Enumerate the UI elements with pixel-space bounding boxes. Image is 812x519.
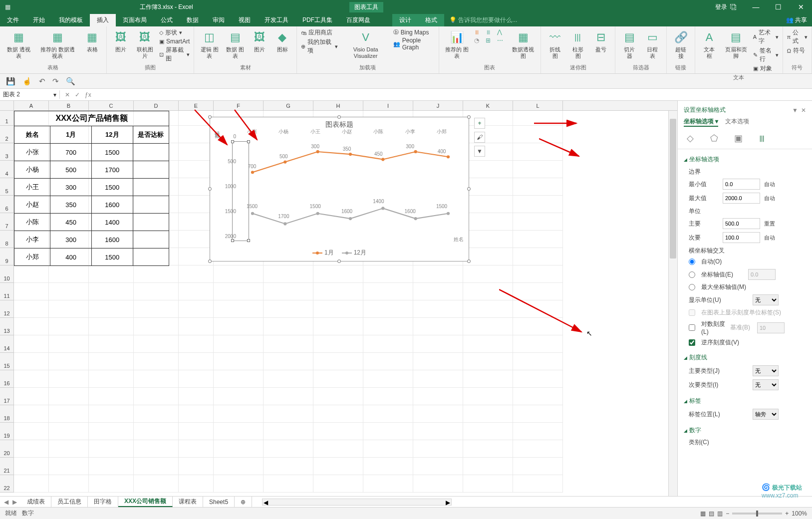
undo-icon[interactable]: ↶ bbox=[39, 77, 45, 86]
bing-maps-button[interactable]: ⓑ Bing Maps bbox=[393, 28, 435, 36]
tab-templates[interactable]: 我的模板 bbox=[52, 14, 90, 26]
header-footer-button[interactable]: ▤页眉和页脚 bbox=[722, 28, 750, 60]
screenshot-button[interactable]: ⊡ 屏幕截图 ▾ bbox=[159, 46, 190, 63]
chart-filter-button[interactable]: ▼ bbox=[474, 146, 485, 157]
share-button[interactable]: 👥 共享 bbox=[781, 14, 812, 26]
sparkline-winloss-button[interactable]: ⊟盈亏 bbox=[591, 28, 611, 54]
chart-legend[interactable]: 1月 12月 bbox=[210, 249, 469, 257]
maximize-button[interactable]: ☐ bbox=[767, 0, 790, 14]
minor-tick-select[interactable]: 无 bbox=[753, 379, 779, 390]
section-labels[interactable]: 标签 bbox=[684, 395, 806, 407]
row-header[interactable]: 1 bbox=[0, 111, 14, 126]
chart-styles-button[interactable]: 🖌 bbox=[474, 132, 485, 143]
online-pictures-button[interactable]: 🖼联机图片 bbox=[134, 28, 156, 60]
row-header[interactable]: 10 bbox=[0, 265, 14, 283]
sheet-tab[interactable]: 员工信息 bbox=[51, 497, 88, 507]
row-header[interactable]: 14 bbox=[0, 335, 14, 353]
chart-type-icon[interactable]: ⫼ bbox=[474, 28, 484, 35]
textbox-button[interactable]: A文本框 bbox=[699, 28, 719, 60]
chart-type-icon[interactable]: ⋯ bbox=[497, 37, 507, 44]
pic-model-button[interactable]: 🖼图片 bbox=[250, 28, 270, 54]
col-header[interactable]: G bbox=[264, 101, 313, 110]
row-header[interactable]: 7 bbox=[0, 213, 14, 231]
slicer-button[interactable]: ▤切片器 bbox=[619, 28, 639, 60]
row-header[interactable]: 8 bbox=[0, 231, 14, 248]
row-header[interactable]: 12 bbox=[0, 300, 14, 318]
shapes-button[interactable]: ◇ 形状 ▾ bbox=[159, 28, 190, 37]
col-header[interactable]: C bbox=[89, 101, 134, 110]
symbol-button[interactable]: Ω 符号 bbox=[787, 46, 808, 55]
col-header[interactable]: J bbox=[413, 101, 463, 110]
smartart-button[interactable]: ▣ SmartArt bbox=[159, 38, 190, 45]
sheet-nav-next-icon[interactable]: ▶ bbox=[12, 499, 17, 506]
zoom-in-icon[interactable]: + bbox=[785, 510, 789, 517]
tab-view[interactable]: 视图 bbox=[232, 14, 258, 26]
tab-data[interactable]: 数据 bbox=[180, 14, 206, 26]
sheet-tab[interactable]: 课程表 bbox=[173, 497, 203, 507]
cross-max-radio[interactable] bbox=[689, 284, 695, 290]
effects-icon[interactable]: ⬠ bbox=[708, 133, 721, 144]
col-header[interactable]: F bbox=[214, 101, 264, 110]
tab-design[interactable]: 设计 bbox=[392, 14, 418, 26]
text-options-tab[interactable]: 文本选项 bbox=[725, 117, 749, 127]
pivot-table-button[interactable]: ▦数据 透视表 bbox=[4, 28, 33, 60]
redo-icon[interactable]: ↷ bbox=[52, 77, 59, 86]
table-button[interactable]: ▦表格 bbox=[82, 28, 102, 54]
close-button[interactable]: ✕ bbox=[790, 0, 812, 14]
chart-type-icon[interactable]: ⊞ bbox=[486, 37, 496, 44]
row-header[interactable]: 22 bbox=[0, 475, 14, 493]
row-header[interactable]: 4 bbox=[0, 161, 14, 178]
sparkline-line-button[interactable]: 〰折线图 bbox=[545, 28, 565, 60]
preview-icon[interactable]: 🔍 bbox=[66, 77, 75, 86]
fx-icon[interactable]: ƒx bbox=[85, 91, 91, 98]
zoom-level[interactable]: 100% bbox=[792, 510, 807, 517]
pictures-button[interactable]: 🖼图片 bbox=[111, 28, 131, 54]
tab-pdf[interactable]: PDF工具集 bbox=[295, 14, 339, 26]
my-addins-button[interactable]: ⊕ 我的加载项 ▾ bbox=[301, 38, 338, 55]
enter-icon[interactable]: ✓ bbox=[75, 91, 80, 98]
worksheet-grid[interactable]: ABCDEFGHIJKL 123456789101112131415161718… bbox=[0, 101, 677, 496]
signature-button[interactable]: ✎ 签名行 ▾ bbox=[753, 46, 779, 63]
pane-dropdown-icon[interactable]: ▼ bbox=[792, 107, 798, 114]
major-tick-select[interactable]: 无 bbox=[753, 365, 779, 376]
col-header[interactable]: K bbox=[463, 101, 513, 110]
chart-title[interactable]: 图表标题 bbox=[210, 117, 469, 129]
row-header[interactable]: 21 bbox=[0, 458, 14, 475]
log-scale-check[interactable] bbox=[689, 324, 695, 331]
max-input[interactable] bbox=[723, 193, 760, 204]
row-header[interactable]: 16 bbox=[0, 370, 14, 388]
equation-button[interactable]: π 公式 ▾ bbox=[787, 28, 808, 45]
wordart-button[interactable]: A 艺术字 ▾ bbox=[753, 28, 779, 45]
chart-object[interactable]: 图表标题 销售额 0500100015002000小张小杨小王小赵小陈小李小郑7… bbox=[210, 117, 469, 261]
row-header[interactable]: 2 bbox=[0, 126, 14, 143]
sheet-tab[interactable]: XXX公司销售额 bbox=[118, 497, 173, 507]
save-icon[interactable]: 💾 bbox=[6, 77, 15, 86]
chart-type-icon[interactable]: ◔ bbox=[474, 37, 484, 44]
row-header[interactable]: 15 bbox=[0, 353, 14, 370]
tab-format[interactable]: 格式 bbox=[418, 14, 444, 26]
col-header[interactable]: B bbox=[49, 101, 89, 110]
chart-type-icon[interactable]: ⋀ bbox=[497, 28, 507, 35]
pane-close-icon[interactable]: ✕ bbox=[801, 107, 806, 114]
horizontal-scrollbar[interactable]: ◀▶ bbox=[262, 499, 452, 506]
min-input[interactable] bbox=[723, 179, 760, 190]
row-header[interactable]: 11 bbox=[0, 283, 14, 300]
tab-home[interactable]: 开始 bbox=[26, 14, 52, 26]
chart-type-icon[interactable]: ⫼ bbox=[486, 28, 496, 35]
cancel-icon[interactable]: ✕ bbox=[65, 91, 70, 98]
size-icon[interactable]: ▣ bbox=[732, 133, 745, 144]
hyperlink-button[interactable]: 🔗超链接 bbox=[671, 28, 691, 60]
fill-icon[interactable]: ◇ bbox=[684, 133, 697, 144]
tab-dev[interactable]: 开发工具 bbox=[258, 14, 295, 26]
page-layout-icon[interactable]: ▤ bbox=[709, 510, 714, 517]
row-header[interactable]: 18 bbox=[0, 405, 14, 423]
display-unit-select[interactable]: 无 bbox=[753, 294, 779, 305]
axis-icon[interactable]: ⫼ bbox=[756, 133, 769, 144]
sheet-tab[interactable]: 田字格 bbox=[88, 497, 118, 507]
tell-me[interactable]: 💡 告诉我您想要做什么... bbox=[444, 14, 522, 26]
name-box[interactable]: 图表 2▾ bbox=[0, 90, 60, 99]
sheet-tab[interactable]: Sheet5 bbox=[203, 497, 235, 507]
row-header[interactable]: 20 bbox=[0, 440, 14, 458]
row-header[interactable]: 19 bbox=[0, 423, 14, 440]
major-input[interactable] bbox=[723, 218, 760, 229]
